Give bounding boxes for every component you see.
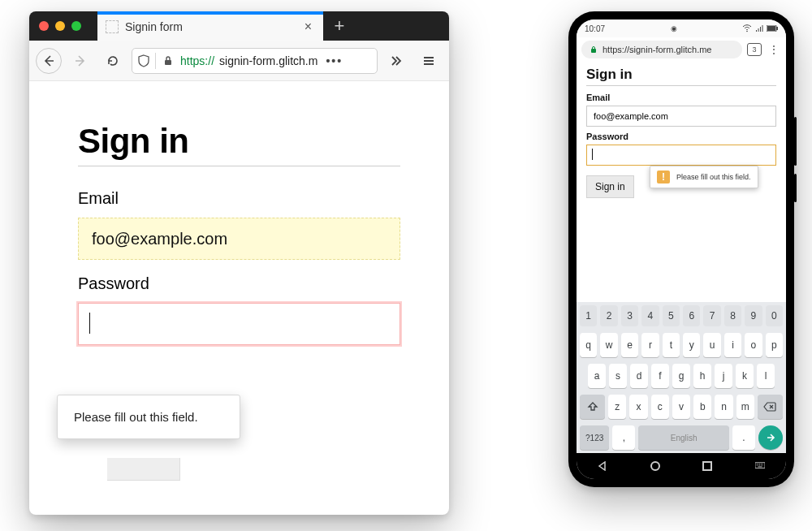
home-nav-icon[interactable]: [650, 461, 660, 471]
key-7[interactable]: 7: [703, 305, 720, 326]
keyboard-number-row: 1234567890: [577, 302, 786, 330]
key-f[interactable]: f: [651, 364, 669, 388]
reload-button[interactable]: [99, 47, 127, 75]
space-key[interactable]: English: [638, 425, 729, 450]
overflow-button[interactable]: [382, 47, 410, 75]
battery-icon: [767, 25, 778, 32]
key-d[interactable]: d: [630, 364, 648, 388]
key-6[interactable]: 6: [683, 305, 700, 326]
validation-tooltip: Please fill out this field.: [57, 395, 240, 439]
separator: [155, 53, 156, 69]
period-key[interactable]: .: [732, 425, 755, 450]
text-caret: [89, 313, 90, 334]
close-icon[interactable]: [39, 21, 49, 31]
status-extra-icon: ◉: [671, 24, 677, 32]
page-title: Sign in: [586, 67, 776, 83]
key-t[interactable]: t: [663, 333, 680, 357]
key-a[interactable]: a: [588, 364, 606, 388]
key-j[interactable]: j: [715, 364, 732, 388]
key-k[interactable]: k: [736, 364, 754, 388]
address-bar[interactable]: https://signin-form.glitch.m •••: [132, 48, 378, 74]
phone-screen: 10:07 ◉ https://signin-form.glitch.me: [577, 19, 786, 479]
email-label: Email: [78, 189, 400, 208]
key-5[interactable]: 5: [663, 305, 680, 326]
new-tab-button[interactable]: +: [323, 11, 356, 41]
key-0[interactable]: 0: [766, 305, 783, 326]
menu-button[interactable]: [415, 47, 443, 75]
soft-keyboard: 1234567890 qwertyuiop asdfghjkl zxcvbnm …: [577, 302, 786, 453]
forward-button[interactable]: [67, 47, 94, 75]
wifi-icon: [742, 24, 752, 32]
chevron-double-right-icon: [389, 54, 404, 68]
email-field[interactable]: [586, 106, 776, 127]
shift-key[interactable]: [580, 395, 605, 419]
backspace-key[interactable]: [758, 395, 783, 419]
key-c[interactable]: c: [651, 395, 669, 419]
tracking-protection-icon[interactable]: [137, 54, 150, 67]
enter-key[interactable]: [758, 425, 783, 450]
key-p[interactable]: p: [766, 333, 783, 357]
key-z[interactable]: z: [608, 395, 626, 419]
key-q[interactable]: q: [580, 333, 597, 357]
comma-key[interactable]: ,: [612, 425, 635, 450]
minimize-icon[interactable]: [55, 21, 65, 31]
mobile-page-content: Sign in Email Password Sign in ! Please …: [577, 62, 786, 302]
key-2[interactable]: 2: [600, 305, 617, 326]
key-8[interactable]: 8: [724, 305, 741, 326]
mobile-omnibox-row: https://signin-form.glitch.me 3 ⋮: [577, 37, 786, 62]
key-r[interactable]: r: [641, 333, 659, 357]
page-content: Sign in Email Password: [29, 81, 449, 378]
symbols-key[interactable]: ?123: [580, 425, 609, 450]
svg-rect-3: [767, 26, 775, 31]
key-v[interactable]: v: [672, 395, 690, 419]
email-field[interactable]: [78, 218, 400, 260]
key-l[interactable]: l: [757, 364, 775, 388]
key-3[interactable]: 3: [621, 305, 638, 326]
back-nav-icon[interactable]: [598, 461, 607, 471]
key-4[interactable]: 4: [641, 305, 659, 326]
more-menu-icon[interactable]: ⋮: [767, 43, 781, 56]
favicon-icon: [106, 20, 119, 33]
key-x[interactable]: x: [629, 395, 647, 419]
key-b[interactable]: b: [693, 395, 711, 419]
key-s[interactable]: s: [609, 364, 627, 388]
mobile-address-bar[interactable]: https://signin-form.glitch.me: [581, 41, 742, 58]
key-i[interactable]: i: [724, 333, 741, 357]
signin-button-obscured[interactable]: [107, 458, 180, 481]
tab-count: 3: [752, 45, 756, 54]
signin-button[interactable]: Sign in: [586, 175, 634, 198]
hamburger-icon: [421, 54, 436, 68]
password-field[interactable]: [78, 303, 400, 345]
key-o[interactable]: o: [745, 333, 762, 357]
window-controls: [29, 11, 97, 41]
key-y[interactable]: y: [683, 333, 700, 357]
backspace-icon: [763, 402, 776, 412]
password-field[interactable]: [586, 145, 776, 166]
key-m[interactable]: m: [736, 395, 754, 419]
lock-icon: [590, 45, 598, 54]
key-h[interactable]: h: [693, 364, 711, 388]
tab-title: Signin form: [125, 20, 301, 33]
validation-tooltip: ! Please fill out this field.: [650, 166, 758, 188]
maximize-icon[interactable]: [71, 21, 81, 31]
key-u[interactable]: u: [703, 333, 720, 357]
key-w[interactable]: w: [600, 333, 617, 357]
validation-message: Please fill out this field.: [676, 173, 751, 181]
svg-rect-0: [165, 60, 171, 65]
close-tab-icon[interactable]: ×: [301, 18, 315, 36]
key-e[interactable]: e: [621, 333, 638, 357]
arrow-right-icon: [765, 432, 776, 443]
page-actions-icon[interactable]: •••: [322, 54, 346, 67]
recents-nav-icon[interactable]: [702, 461, 712, 471]
key-9[interactable]: 9: [745, 305, 762, 326]
back-button[interactable]: [36, 48, 62, 74]
svg-rect-5: [591, 49, 596, 53]
keyboard-toggle-icon[interactable]: [755, 461, 765, 471]
key-g[interactable]: g: [672, 364, 690, 388]
tab-count-button[interactable]: 3: [747, 43, 762, 56]
key-1[interactable]: 1: [580, 305, 597, 326]
browser-tab[interactable]: Signin form ×: [97, 11, 323, 41]
keyboard-bottom-row: ?123 , English .: [577, 422, 786, 453]
keyboard-row-1: qwertyuiop: [577, 330, 786, 360]
key-n[interactable]: n: [715, 395, 732, 419]
